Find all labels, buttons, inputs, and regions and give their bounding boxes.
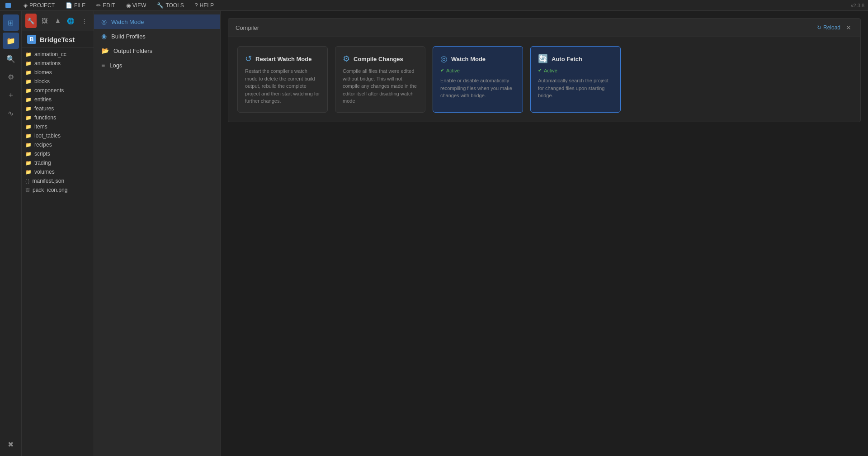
reload-icon: ↻	[817, 24, 821, 31]
menu-file-icon: 📄	[66, 2, 72, 9]
card-auto-fetch[interactable]: 🔄 Auto Fetch ✔ Active Automatically sear…	[530, 46, 621, 113]
watch-mode-card-title: Watch Mode	[451, 56, 486, 62]
icon-bar-grid[interactable]: ⊞	[3, 14, 19, 31]
menu-view[interactable]: ◉ VIEW	[124, 1, 148, 10]
file-pack-icon[interactable]: 🖼 pack_icon.png	[22, 185, 94, 195]
folder-animations[interactable]: 📁 animations	[22, 59, 94, 68]
compiler-panel-title: Compiler	[236, 24, 259, 31]
output-folders-label: Output Folders	[113, 48, 152, 54]
version-label: v2.3.8	[851, 3, 864, 8]
folder-animation-cc[interactable]: 📁 animation_cc	[22, 50, 94, 59]
file-manifest[interactable]: { } manifest.json	[22, 176, 94, 185]
folder-icon: 📁	[25, 151, 32, 157]
folder-loot-tables[interactable]: 📁 loot_tables	[22, 131, 94, 140]
icon-bar-close[interactable]: ✖	[3, 436, 19, 452]
icon-bar-search[interactable]: 🔍	[3, 51, 19, 67]
close-button[interactable]: ✕	[844, 23, 853, 32]
card-watch-mode[interactable]: ◎ Watch Mode ✔ Active Enable or disable …	[433, 46, 523, 113]
toolbar-image-btn[interactable]: 🖼	[38, 14, 50, 28]
watch-mode-status: ✔ Active	[440, 67, 515, 73]
folder-functions[interactable]: 📁 functions	[22, 113, 94, 122]
card-compile-changes-header: ⚙ Compile Changes	[343, 54, 418, 64]
icon-bar-settings[interactable]: ⚙	[3, 69, 19, 85]
menu-project-icon: ◈	[24, 2, 28, 9]
icon-bar-files[interactable]: 📁	[3, 33, 19, 49]
auto-fetch-title: Auto Fetch	[552, 56, 582, 62]
compiler-menu-build-profiles[interactable]: ◉ Build Profiles	[94, 29, 220, 43]
menu-view-icon: ◉	[126, 2, 131, 9]
card-restart-watch[interactable]: ↺ Restart Watch Mode Restart the compile…	[237, 46, 328, 113]
project-icon: B	[27, 35, 36, 44]
compile-changes-desc: Compile all files that were edited witho…	[343, 67, 418, 105]
menu-edit-icon: ✏	[96, 2, 101, 9]
card-watch-mode-header: ◎ Watch Mode	[440, 54, 515, 64]
folder-items[interactable]: 📁 items	[22, 122, 94, 131]
folder-icon: 📁	[25, 97, 32, 103]
folder-biomes[interactable]: 📁 biomes	[22, 68, 94, 77]
watch-mode-card-icon: ◎	[440, 54, 448, 64]
menu-file-label: FILE	[74, 2, 85, 9]
app-layout: ⊞ 📁 🔍 ⚙ ＋ ∿ ✖ 🔧 🖼 ♟ 🌐 ⋮ B BridgeTest 📁 a…	[0, 11, 868, 456]
restart-watch-icon: ↺	[245, 54, 252, 64]
folder-entities[interactable]: 📁 entities	[22, 95, 94, 104]
restart-watch-title: Restart Watch Mode	[255, 56, 311, 62]
folder-icon: 📁	[25, 133, 32, 139]
menu-help[interactable]: ? HELP	[193, 1, 216, 10]
auto-fetch-desc: Automatically search the project for cha…	[538, 77, 613, 100]
compile-changes-title: Compile Changes	[354, 56, 403, 62]
auto-fetch-checkmark-icon: ✔	[538, 67, 542, 73]
reload-button[interactable]: ↻ Reload	[817, 24, 840, 31]
folder-icon: 📁	[25, 115, 32, 121]
folder-icon: 📁	[25, 142, 32, 148]
compiler-menu-output-folders[interactable]: 📂 Output Folders	[94, 43, 220, 58]
compiler-menu-logs[interactable]: ≡ Logs	[94, 58, 220, 72]
folder-icon: 📁	[25, 106, 32, 112]
auto-fetch-status: ✔ Active	[538, 67, 613, 73]
menu-help-icon: ?	[195, 2, 198, 9]
menu-edit-label: EDIT	[103, 2, 115, 9]
logo-menu[interactable]	[4, 2, 14, 9]
build-profiles-icon: ◉	[101, 33, 107, 40]
card-restart-watch-header: ↺ Restart Watch Mode	[245, 54, 320, 64]
icon-bar: ⊞ 📁 🔍 ⚙ ＋ ∿ ✖	[0, 11, 22, 456]
compiler-dropdown: ◎ Watch Mode ◉ Build Profiles 📂 Output F…	[94, 11, 221, 456]
menu-edit[interactable]: ✏ EDIT	[94, 1, 117, 10]
icon-bar-add[interactable]: ＋	[3, 87, 19, 103]
auto-fetch-icon: 🔄	[538, 54, 548, 64]
folder-features[interactable]: 📁 features	[22, 104, 94, 113]
folder-scripts[interactable]: 📁 scripts	[22, 149, 94, 158]
compiler-panel-header: Compiler ↻ Reload ✕	[228, 19, 860, 37]
logo-icon	[5, 3, 11, 8]
menu-tools-icon: 🔧	[157, 2, 164, 9]
menu-tools[interactable]: 🔧 TOOLS	[155, 1, 185, 10]
folder-recipes[interactable]: 📁 recipes	[22, 140, 94, 149]
menu-bar: ◈ PROJECT 📄 FILE ✏ EDIT ◉ VIEW 🔧 TOOLS ?…	[0, 0, 868, 11]
menu-project[interactable]: ◈ PROJECT	[22, 1, 57, 10]
folder-icon: 📁	[25, 160, 32, 166]
project-title: B BridgeTest	[22, 31, 94, 48]
folder-volumes[interactable]: 📁 volumes	[22, 167, 94, 176]
toolbar-character-btn[interactable]: ♟	[52, 14, 63, 28]
file-panel: 🔧 🖼 ♟ 🌐 ⋮ B BridgeTest 📁 animation_cc 📁 …	[22, 11, 94, 456]
folder-blocks[interactable]: 📁 blocks	[22, 77, 94, 86]
restart-watch-desc: Restart the compiler's watch mode to del…	[245, 67, 320, 105]
icon-bar-flow[interactable]: ∿	[3, 105, 19, 121]
watch-mode-icon: ◎	[101, 18, 107, 25]
folder-icon: 📁	[25, 169, 32, 175]
folder-trading[interactable]: 📁 trading	[22, 158, 94, 167]
toolbar-globe-btn[interactable]: 🌐	[65, 14, 76, 28]
menu-help-label: HELP	[200, 2, 214, 9]
cards-grid: ↺ Restart Watch Mode Restart the compile…	[228, 37, 860, 122]
folder-icon: 📁	[25, 70, 32, 76]
compiler-menu-watch-mode[interactable]: ◎ Watch Mode	[94, 14, 220, 29]
status-checkmark-icon: ✔	[440, 67, 444, 73]
toolbar-build-btn[interactable]: 🔧	[25, 14, 37, 28]
folder-components[interactable]: 📁 components	[22, 86, 94, 95]
json-file-icon: { }	[25, 179, 29, 184]
watch-mode-label: Watch Mode	[111, 19, 144, 25]
card-compile-changes[interactable]: ⚙ Compile Changes Compile all files that…	[335, 46, 425, 113]
toolbar-more-btn[interactable]: ⋮	[79, 14, 90, 28]
folder-icon: 📁	[25, 79, 32, 85]
logs-label: Logs	[109, 62, 122, 69]
menu-file[interactable]: 📄 FILE	[64, 1, 87, 10]
